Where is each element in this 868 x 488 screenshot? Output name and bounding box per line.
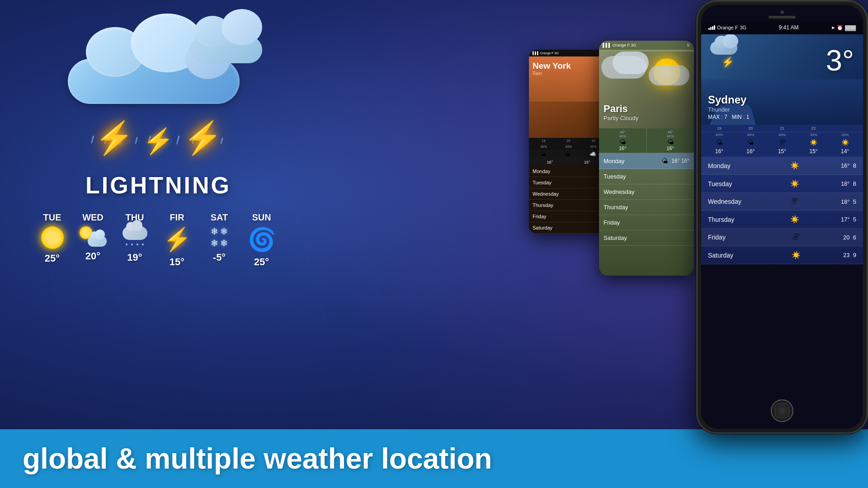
lightning-title: LIGHTNING	[85, 172, 231, 199]
fc-icon-3: ⛈	[766, 139, 798, 146]
fc-num-2: 20	[735, 126, 767, 131]
fc-num-3: 21	[766, 126, 798, 131]
fc-num-1: 19	[703, 126, 735, 131]
forecast-temps-row: 16° 16° 15° 15° 14°	[701, 147, 863, 157]
paris-fc-col-1: 40° 40% 🌤 16°	[599, 128, 647, 153]
sydney-city-name: Sydney	[708, 94, 749, 106]
day-saturday: SAT ❄ ❄ ❄ ❄ -5°	[207, 212, 232, 268]
paris-monday-row[interactable]: Monday 🌤 16° 16°	[599, 153, 694, 169]
daily-forecast-list: Monday ☀️ 16° 8 Tuesday ☀️ 18° 8	[701, 157, 863, 264]
fc-temp-5: 14°	[829, 148, 861, 155]
day-thursday: THU • • • • 19°	[123, 212, 147, 268]
day-tuesday: TUE 25°	[41, 212, 64, 268]
daily-thursday-icon: ☀️	[749, 215, 841, 224]
paris-city-info: Paris Partly Cloudy	[604, 103, 638, 122]
phones-container: ▌▌▌ Orange F 3G 9: New York Rain 192020	[529, 0, 868, 429]
phone-frame: Orange F 3G 9:41 AM ➤ ⏰ ▓▓▓	[696, 0, 868, 434]
paris-day-list: Monday 🌤 16° 16° Tuesday Wednesday Thurs…	[599, 153, 694, 246]
bar-3	[712, 26, 713, 30]
paris-friday-row[interactable]: Friday	[599, 215, 694, 230]
paris-screen: ▌▌▌ Orange F 3G 9: Paris	[599, 41, 694, 276]
partly-cloudy-icon-wed	[80, 226, 107, 247]
daily-tuesday-temps: 18° 8	[841, 180, 856, 187]
daily-friday-label: Friday	[708, 234, 749, 241]
phone-inner: Orange F 3G 9:41 AM ➤ ⏰ ▓▓▓	[701, 5, 863, 429]
sw-bolt: ⚡	[722, 56, 734, 68]
ny-day-monday: Monday	[529, 166, 608, 177]
ny-day-thursday: Thursday	[529, 200, 608, 211]
fc-pct-5: 20%	[829, 133, 861, 137]
fc-pct-1: 40%	[703, 133, 735, 137]
sun-icon-tue	[41, 226, 64, 249]
alarm-icon: ⏰	[837, 25, 843, 31]
status-right: ➤ ⏰ ▓▓▓	[831, 25, 856, 31]
daily-tuesday-label: Tuesday	[708, 180, 749, 188]
fc-temp-3: 15°	[766, 148, 798, 155]
sydney-condition-text: Thunder	[708, 106, 749, 113]
speaker-slot	[769, 16, 796, 19]
day-temp-thu: 19°	[127, 252, 142, 263]
daily-monday[interactable]: Monday ☀️ 16° 8	[701, 157, 863, 175]
daily-wednesday[interactable]: Wednesday ⛈ 18° 5	[701, 193, 863, 211]
sydney-header: ⚡ 3° Sydney Thunder	[701, 34, 863, 125]
sydney-minmax: MAX : 7 MIN : 1	[708, 114, 749, 120]
status-bar: Orange F 3G 9:41 AM ➤ ⏰ ▓▓▓	[701, 21, 863, 34]
top-section: ⚡ ⚡ ⚡ LIGHTNING TUE 25° WED	[0, 0, 868, 429]
paris-city-name: Paris	[604, 103, 638, 115]
home-button[interactable]	[771, 399, 793, 422]
day-name-wed: WED	[82, 212, 104, 223]
snow-cloud-icon-thu: • • • •	[123, 226, 147, 248]
home-button-inner	[775, 404, 789, 418]
small-cloud-bump-2	[222, 9, 262, 45]
home-button-area	[701, 264, 863, 300]
left-panel: ⚡ ⚡ ⚡ LIGHTNING TUE 25° WED	[0, 9, 316, 268]
day-temp-fir: 15°	[170, 256, 184, 268]
ny-day-wednesday: Wednesday	[529, 188, 608, 200]
daily-saturday-icon: ☀️	[749, 251, 843, 259]
weather-days-row: TUE 25° WED 20° THU	[32, 212, 285, 268]
ny-forecast-icons: 🌤🌤☁️	[529, 150, 608, 159]
daily-saturday[interactable]: Saturday ☀️ 23 9	[701, 246, 863, 264]
paris-wednesday-row[interactable]: Wednesday	[599, 184, 694, 200]
paris-thursday-row[interactable]: Thursday	[599, 200, 694, 215]
phone-top-area	[701, 5, 863, 21]
forecast-icons-row: 🌤 🌤 ⛈ ☀️ ☀️	[701, 137, 863, 147]
time-display: 9:41 AM	[779, 24, 799, 31]
paris-tuesday-row[interactable]: Tuesday	[599, 169, 694, 184]
sydney-temperature: 3°	[826, 43, 854, 77]
fc-temp-2: 16°	[735, 148, 767, 155]
paris-saturday-row[interactable]: Saturday	[599, 230, 694, 246]
bolt-2: ⚡	[143, 129, 174, 154]
ny-day-friday: Friday	[529, 211, 608, 222]
cloud-lightning-icon: ⚡ ⚡ ⚡	[50, 14, 267, 140]
sydney-info-box: Sydney Thunder MAX : 7 MIN : 1	[708, 94, 749, 120]
lightning-bolts: ⚡ ⚡ ⚡	[86, 122, 231, 154]
bolt-icon-fir: ⚡	[163, 226, 191, 253]
bar-4	[714, 25, 715, 30]
fc-num-4: 22	[798, 126, 830, 131]
forecast-strip: 19 20 21 22 40% 40% 40% 30	[701, 125, 863, 157]
status-left: Orange F 3G	[708, 25, 746, 30]
bolt-1: ⚡	[94, 122, 134, 154]
ny-forecast-pcts: 40%40%40%	[529, 144, 608, 150]
day-temp-sun: 25°	[254, 256, 269, 268]
day-name-sat: SAT	[211, 212, 228, 223]
gps-icon: ➤	[831, 25, 835, 31]
sydney-phone: Orange F 3G 9:41 AM ➤ ⏰ ▓▓▓	[696, 0, 868, 434]
paris-cloud-2	[613, 52, 649, 74]
paris-phone: ▌▌▌ Orange F 3G 9: Paris	[599, 41, 694, 276]
paris-monday-icon: 🌤	[661, 157, 668, 164]
daily-thursday[interactable]: Thursday ☀️ 17° 5	[701, 211, 863, 229]
network-text: 3G	[740, 25, 746, 30]
signal-bars	[708, 25, 715, 30]
daily-friday-temps: 20 6	[843, 234, 856, 241]
daily-thursday-label: Thursday	[708, 216, 749, 223]
paris-carrier: ▌▌▌ Orange F 3G	[603, 43, 636, 47]
bar-1	[708, 28, 710, 30]
daily-friday[interactable]: Friday ⛈ 20 6	[701, 229, 863, 246]
daily-tuesday[interactable]: Tuesday ☀️ 18° 8	[701, 175, 863, 193]
ny-scenery	[529, 102, 608, 138]
small-cloud	[185, 14, 267, 63]
ny-day-list: Monday Tuesday Wednesday Thursday Friday	[529, 166, 608, 234]
day-temp-tue: 25°	[45, 253, 60, 264]
